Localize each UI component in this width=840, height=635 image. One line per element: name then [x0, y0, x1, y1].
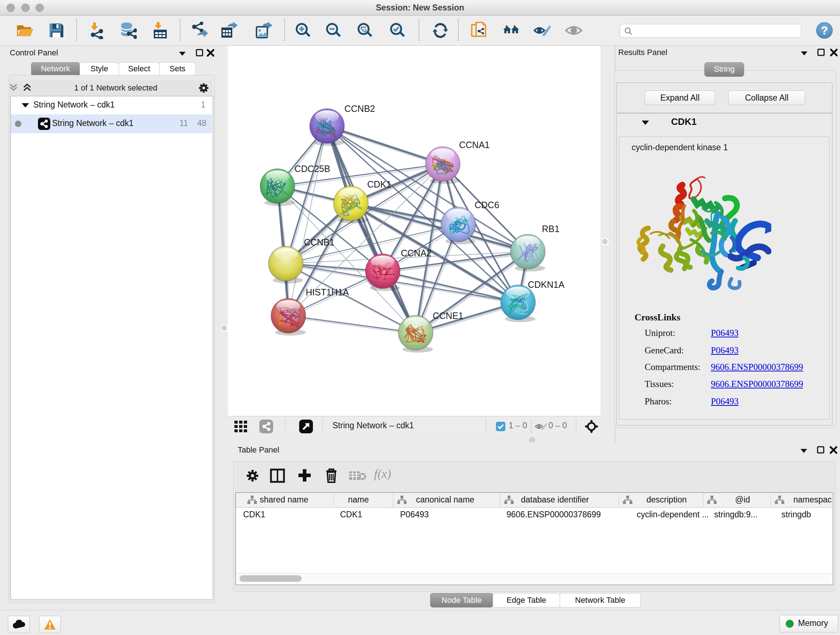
- svg-text:CCNE1: CCNE1: [433, 310, 463, 321]
- svg-text:CCNB1: CCNB1: [304, 237, 335, 247]
- svg-text:CDC6: CDC6: [475, 200, 499, 210]
- svg-text:CDC25B: CDC25B: [294, 164, 330, 174]
- svg-text:CCNB2: CCNB2: [344, 103, 375, 114]
- svg-text:CDK1: CDK1: [367, 179, 392, 189]
- svg-text:RB1: RB1: [542, 224, 560, 234]
- svg-text:CCNA2: CCNA2: [401, 248, 431, 258]
- svg-text:HIST1H1A: HIST1H1A: [306, 287, 349, 297]
- svg-text:CCNA1: CCNA1: [459, 140, 490, 150]
- svg-text:CDKN1A: CDKN1A: [528, 279, 565, 290]
